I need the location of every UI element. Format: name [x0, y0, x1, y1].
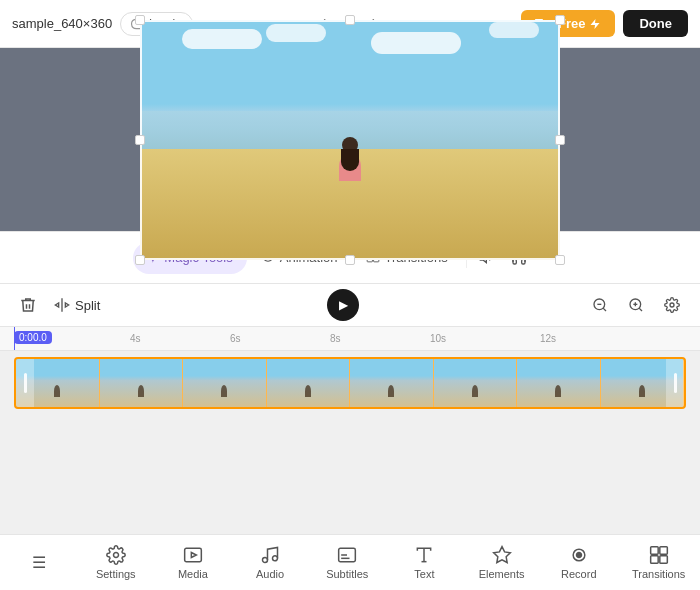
svg-rect-33 — [659, 556, 667, 564]
track-thumb-3 — [183, 359, 267, 407]
media-label: Media — [178, 568, 208, 580]
transitions-bottom-label: Transitions — [632, 568, 685, 580]
svg-rect-32 — [650, 556, 658, 564]
resize-handle-br[interactable] — [555, 255, 565, 265]
resize-handle-tl[interactable] — [135, 15, 145, 25]
bottom-item-text[interactable]: Text — [396, 539, 452, 586]
resize-handle-ml[interactable] — [135, 135, 145, 145]
bottom-item-record[interactable]: Record — [551, 539, 607, 586]
bottom-item-settings[interactable]: Settings — [88, 539, 144, 586]
time-marker-4s: 4s — [130, 333, 141, 344]
timeline-track-area — [0, 351, 700, 534]
bottom-item-media[interactable]: Media — [165, 539, 221, 586]
project-title: sample_640×360 — [12, 16, 112, 31]
bottom-item-elements[interactable]: Elements — [474, 539, 530, 586]
bottom-item-audio[interactable]: Audio — [242, 539, 298, 586]
subtitles-icon — [337, 545, 357, 565]
svg-point-17 — [113, 553, 118, 558]
settings-label: Settings — [96, 568, 136, 580]
canvas-area: ↻ — [0, 48, 700, 231]
time-marker-6s: 6s — [230, 333, 241, 344]
track-thumb-2 — [100, 359, 184, 407]
split-label: Split — [75, 298, 100, 313]
time-marker-12s: 12s — [540, 333, 556, 344]
timeline-right — [586, 291, 686, 319]
svg-marker-19 — [191, 553, 196, 558]
bottom-item-menu[interactable]: ☰ — [11, 547, 67, 578]
track-thumb-6 — [434, 359, 518, 407]
split-button[interactable]: Split — [54, 297, 100, 313]
svg-rect-30 — [650, 547, 658, 555]
resize-handle-mr[interactable] — [555, 135, 565, 145]
audio-bottom-icon — [260, 545, 280, 565]
svg-point-16 — [670, 303, 674, 307]
resize-handle-bm[interactable] — [345, 255, 355, 265]
svg-line-13 — [639, 308, 642, 311]
timeline-controls: Split ▶ — [0, 283, 700, 327]
bottom-bar: ☰ Settings Media Audio Subtitles Text El… — [0, 534, 700, 590]
audio-label: Audio — [256, 568, 284, 580]
time-marker-10s: 10s — [430, 333, 446, 344]
track-handle-left[interactable] — [16, 359, 34, 407]
timeline-center: ▶ — [327, 289, 359, 321]
timeline-ruler: 0:00.0 2s 4s 6s 8s 10s 12s — [0, 327, 700, 351]
svg-line-10 — [603, 308, 606, 311]
settings-icon[interactable] — [658, 291, 686, 319]
beach-image — [140, 20, 560, 260]
video-track[interactable] — [14, 357, 686, 409]
video-preview — [140, 20, 560, 260]
svg-marker-27 — [493, 547, 510, 563]
elements-icon — [492, 545, 512, 565]
resize-handle-bl[interactable] — [135, 255, 145, 265]
settings-bottom-icon — [106, 545, 126, 565]
play-button[interactable]: ▶ — [327, 289, 359, 321]
record-label: Record — [561, 568, 596, 580]
text-icon — [414, 545, 434, 565]
record-icon — [569, 545, 589, 565]
split-icon — [54, 297, 70, 313]
text-label: Text — [414, 568, 434, 580]
svg-point-20 — [263, 558, 268, 563]
resize-handle-tm[interactable] — [345, 15, 355, 25]
timeline-left: Split — [14, 291, 100, 319]
transitions-bottom-icon — [649, 545, 669, 565]
elements-label: Elements — [479, 568, 525, 580]
svg-rect-31 — [659, 547, 667, 555]
track-thumb-5 — [350, 359, 434, 407]
video-track-row — [0, 351, 700, 415]
bottom-item-subtitles[interactable]: Subtitles — [319, 539, 375, 586]
handle-bar-left — [24, 373, 27, 393]
zoom-in-icon[interactable] — [622, 291, 650, 319]
lightning-icon — [589, 18, 601, 30]
track-handle-right[interactable] — [666, 359, 684, 407]
media-icon — [183, 545, 203, 565]
delete-icon[interactable] — [14, 291, 42, 319]
subtitles-label: Subtitles — [326, 568, 368, 580]
done-button[interactable]: Done — [623, 10, 688, 37]
zoom-out-icon[interactable] — [586, 291, 614, 319]
handle-bar-right — [674, 373, 677, 393]
track-thumb-7 — [517, 359, 601, 407]
svg-rect-18 — [185, 548, 202, 561]
resize-handle-tr[interactable] — [555, 15, 565, 25]
person-figure — [335, 137, 365, 192]
bottom-item-transitions[interactable]: Transitions — [628, 539, 689, 586]
current-time-badge: 0:00.0 — [14, 331, 52, 344]
svg-point-21 — [273, 556, 278, 561]
svg-point-29 — [576, 553, 581, 558]
done-label: Done — [639, 16, 672, 31]
track-thumb-4 — [267, 359, 351, 407]
time-marker-8s: 8s — [330, 333, 341, 344]
video-frame — [140, 20, 560, 260]
svg-marker-0 — [591, 19, 600, 29]
hamburger-icon: ☰ — [32, 553, 46, 572]
